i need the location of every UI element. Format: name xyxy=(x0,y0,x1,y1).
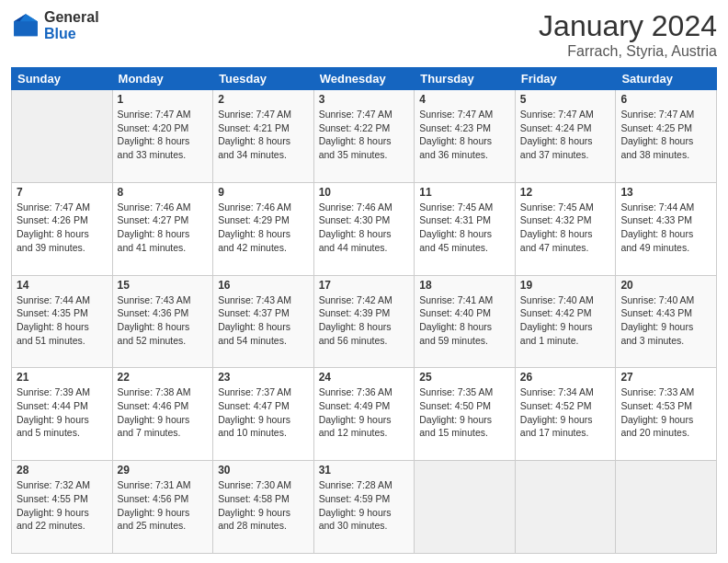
sunrise: Sunrise: 7:33 AM xyxy=(620,385,711,399)
day-num: 26 xyxy=(520,371,611,384)
daylight2: and 12 minutes. xyxy=(319,426,410,440)
day-num: 22 xyxy=(118,371,209,384)
sunrise: Sunrise: 7:34 AM xyxy=(520,385,611,399)
daylight2: and 51 minutes. xyxy=(17,334,108,348)
sunset: Sunset: 4:24 PM xyxy=(520,121,611,135)
header-tuesday: Tuesday xyxy=(213,68,314,90)
sunset: Sunset: 4:55 PM xyxy=(17,492,108,506)
header-thursday: Thursday xyxy=(415,68,516,90)
day-num: 27 xyxy=(620,371,711,384)
day-num: 11 xyxy=(419,186,510,199)
day-num: 31 xyxy=(319,464,410,477)
sunset: Sunset: 4:25 PM xyxy=(620,121,711,135)
sunset: Sunset: 4:49 PM xyxy=(319,399,410,413)
daylight: Daylight: 8 hours xyxy=(17,320,108,334)
sunrise: Sunrise: 7:42 AM xyxy=(319,293,410,307)
day-num: 9 xyxy=(218,186,309,199)
sunrise: Sunrise: 7:35 AM xyxy=(419,385,510,399)
day-num: 6 xyxy=(620,93,711,106)
day-num: 14 xyxy=(17,279,108,292)
sunset: Sunset: 4:40 PM xyxy=(419,306,510,320)
sunrise: Sunrise: 7:47 AM xyxy=(218,108,309,121)
sunset: Sunset: 4:52 PM xyxy=(520,399,611,413)
day-num: 28 xyxy=(17,464,108,477)
week-row-1: 7 Sunrise: 7:47 AM Sunset: 4:26 PM Dayli… xyxy=(12,182,717,275)
week-row-3: 21 Sunrise: 7:39 AM Sunset: 4:44 PM Dayl… xyxy=(12,368,717,461)
daylight2: and 49 minutes. xyxy=(620,241,711,255)
daylight: Daylight: 8 hours xyxy=(419,320,510,334)
sunset: Sunset: 4:56 PM xyxy=(118,492,209,506)
daylight2: and 25 minutes. xyxy=(118,519,209,533)
daylight2: and 42 minutes. xyxy=(218,241,309,255)
sunrise: Sunrise: 7:44 AM xyxy=(620,201,711,214)
header-monday: Monday xyxy=(112,68,213,90)
cell-0-4: 4 Sunrise: 7:47 AM Sunset: 4:23 PM Dayli… xyxy=(415,90,516,183)
daylight2: and 44 minutes. xyxy=(319,241,410,255)
cell-2-4: 18 Sunrise: 7:41 AM Sunset: 4:40 PM Dayl… xyxy=(415,275,516,368)
daylight2: and 10 minutes. xyxy=(218,426,309,440)
sunset: Sunset: 4:39 PM xyxy=(319,306,410,320)
daylight: Daylight: 9 hours xyxy=(118,506,209,520)
daylight2: and 41 minutes. xyxy=(118,241,209,255)
daylight: Daylight: 8 hours xyxy=(118,134,209,148)
logo-text: General Blue xyxy=(44,9,99,41)
day-num: 7 xyxy=(17,186,108,199)
sunrise: Sunrise: 7:40 AM xyxy=(520,293,611,307)
day-num: 13 xyxy=(620,186,711,199)
daylight: Daylight: 8 hours xyxy=(319,320,410,334)
daylight: Daylight: 9 hours xyxy=(620,413,711,427)
svg-rect-3 xyxy=(14,21,38,36)
sunrise: Sunrise: 7:37 AM xyxy=(218,385,309,399)
logo-general: General xyxy=(44,9,99,26)
week-row-4: 28 Sunrise: 7:32 AM Sunset: 4:55 PM Dayl… xyxy=(12,461,717,554)
daylight2: and 47 minutes. xyxy=(520,241,611,255)
daylight2: and 37 minutes. xyxy=(520,148,611,162)
daylight2: and 30 minutes. xyxy=(319,519,410,533)
sunset: Sunset: 4:43 PM xyxy=(620,306,711,320)
cell-2-3: 17 Sunrise: 7:42 AM Sunset: 4:39 PM Dayl… xyxy=(313,275,415,368)
daylight: Daylight: 8 hours xyxy=(118,227,209,241)
sunset: Sunset: 4:32 PM xyxy=(520,213,611,227)
daylight2: and 17 minutes. xyxy=(520,426,611,440)
sunrise: Sunrise: 7:43 AM xyxy=(118,293,209,307)
daylight2: and 38 minutes. xyxy=(620,148,711,162)
day-num: 4 xyxy=(419,93,510,106)
week-row-2: 14 Sunrise: 7:44 AM Sunset: 4:35 PM Dayl… xyxy=(12,275,717,368)
day-num: 3 xyxy=(319,93,410,106)
week-row-0: 1 Sunrise: 7:47 AM Sunset: 4:20 PM Dayli… xyxy=(12,90,717,183)
weekday-header-row: Sunday Monday Tuesday Wednesday Thursday… xyxy=(12,68,717,90)
sunset: Sunset: 4:29 PM xyxy=(218,213,309,227)
daylight: Daylight: 9 hours xyxy=(319,506,410,520)
cell-2-0: 14 Sunrise: 7:44 AM Sunset: 4:35 PM Dayl… xyxy=(12,275,113,368)
cell-4-4 xyxy=(415,461,516,554)
daylight2: and 5 minutes. xyxy=(17,426,108,440)
daylight: Daylight: 8 hours xyxy=(319,227,410,241)
day-num: 18 xyxy=(419,279,510,292)
day-num: 15 xyxy=(118,279,209,292)
day-num: 8 xyxy=(118,186,209,199)
sunrise: Sunrise: 7:47 AM xyxy=(118,108,209,121)
day-num: 23 xyxy=(218,371,309,384)
daylight: Daylight: 9 hours xyxy=(520,413,611,427)
sunrise: Sunrise: 7:47 AM xyxy=(620,108,711,121)
cell-4-1: 29 Sunrise: 7:31 AM Sunset: 4:56 PM Dayl… xyxy=(112,461,213,554)
cell-1-5: 12 Sunrise: 7:45 AM Sunset: 4:32 PM Dayl… xyxy=(515,182,616,275)
cell-4-3: 31 Sunrise: 7:28 AM Sunset: 4:59 PM Dayl… xyxy=(313,461,415,554)
cell-0-5: 5 Sunrise: 7:47 AM Sunset: 4:24 PM Dayli… xyxy=(515,90,616,183)
sunset: Sunset: 4:31 PM xyxy=(419,213,510,227)
daylight: Daylight: 8 hours xyxy=(319,134,410,148)
daylight2: and 45 minutes. xyxy=(419,241,510,255)
page: General Blue January 2024 Farrach, Styri… xyxy=(0,0,728,563)
sunset: Sunset: 4:22 PM xyxy=(319,121,410,135)
calendar-table: Sunday Monday Tuesday Wednesday Thursday… xyxy=(11,67,717,554)
daylight: Daylight: 8 hours xyxy=(419,134,510,148)
daylight: Daylight: 9 hours xyxy=(17,413,108,427)
daylight: Daylight: 9 hours xyxy=(620,320,711,334)
cell-1-3: 10 Sunrise: 7:46 AM Sunset: 4:30 PM Dayl… xyxy=(313,182,415,275)
cell-3-4: 25 Sunrise: 7:35 AM Sunset: 4:50 PM Dayl… xyxy=(415,368,516,461)
daylight: Daylight: 8 hours xyxy=(218,134,309,148)
daylight2: and 56 minutes. xyxy=(319,334,410,348)
daylight: Daylight: 9 hours xyxy=(319,413,410,427)
sunrise: Sunrise: 7:41 AM xyxy=(419,293,510,307)
sunset: Sunset: 4:30 PM xyxy=(319,213,410,227)
